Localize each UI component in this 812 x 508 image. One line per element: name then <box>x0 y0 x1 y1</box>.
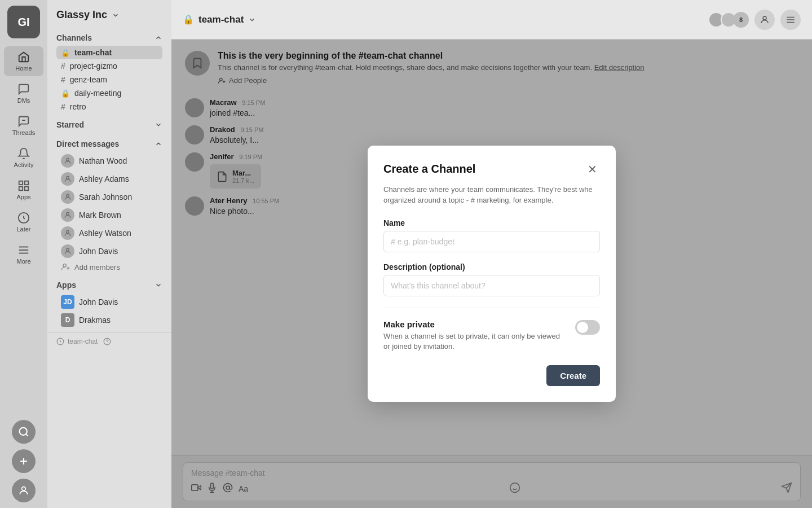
modal-header: Create a Channel ✕ <box>383 161 600 177</box>
icon-bar-bottom <box>12 420 36 502</box>
member-count[interactable]: 8 <box>733 12 749 28</box>
nav-more-label: More <box>16 258 30 265</box>
nav-apps-label: Apps <box>16 194 30 200</box>
sidebar-footer: team-chat <box>47 332 171 350</box>
svg-point-9 <box>20 428 27 435</box>
nav-activity[interactable]: Activity <box>4 143 43 173</box>
svg-point-13 <box>22 487 26 491</box>
svg-rect-2 <box>25 181 28 185</box>
dm-nathan-wood[interactable]: Nathan Wood <box>56 152 162 170</box>
nav-dms[interactable]: DMs <box>4 78 43 108</box>
sidebar: Glassy Inc Channels 🔒 team-chat # projec… <box>47 0 171 508</box>
apps-collapse-icon <box>155 281 162 289</box>
hash-icon: # <box>61 75 65 84</box>
channel-item-team-chat[interactable]: 🔒 team-chat <box>56 46 162 59</box>
modal-footer: Create <box>383 365 600 386</box>
main-content: 🔒 team-chat 8 <box>171 0 812 508</box>
hash-icon: # <box>61 62 65 71</box>
avatar <box>61 226 74 240</box>
add-members-icon <box>61 262 70 271</box>
svg-point-17 <box>67 212 69 215</box>
channel-title[interactable]: 🔒 team-chat <box>183 14 256 25</box>
private-toggle[interactable] <box>575 320 600 335</box>
apps-header[interactable]: Apps <box>56 281 162 290</box>
nav-activity-label: Activity <box>14 161 34 168</box>
nav-threads[interactable]: Threads <box>4 111 43 141</box>
dms-collapse-icon <box>155 140 162 148</box>
nav-later[interactable]: Later <box>4 207 43 237</box>
modal-subtitle: Channels are where your team communicate… <box>383 184 600 206</box>
app-john-davis[interactable]: JD John Davis <box>56 293 162 311</box>
starred-collapse-icon <box>155 121 162 129</box>
topbar: 🔒 team-chat 8 <box>171 0 812 40</box>
hash-icon: # <box>61 102 65 111</box>
starred-header[interactable]: Starred <box>56 120 162 129</box>
add-button[interactable] <box>12 449 36 473</box>
add-members-button[interactable]: Add members <box>56 260 162 274</box>
private-title: Make private <box>383 319 566 329</box>
dm-john-davis[interactable]: John Davis <box>56 242 162 260</box>
app-icon: JD <box>61 295 74 309</box>
topbar-actions: 8 <box>708 10 801 30</box>
avatar <box>61 208 74 222</box>
avatar <box>61 244 74 258</box>
channels-collapse-icon <box>155 34 162 42</box>
profile-button[interactable] <box>12 479 36 502</box>
name-label: Name <box>383 218 600 227</box>
channel-name-input[interactable] <box>383 231 600 252</box>
topbar-action-button[interactable] <box>754 10 775 30</box>
dm-mark-brown[interactable]: Mark Brown <box>56 206 162 224</box>
person-icon <box>760 15 770 25</box>
dm-ashley-adams[interactable]: Ashley Adams <box>56 170 162 188</box>
private-toggle-wrap <box>575 319 600 335</box>
channel-item-project-gizmo[interactable]: # project-gizmo <box>56 59 162 73</box>
svg-point-19 <box>67 248 69 251</box>
svg-point-16 <box>67 194 69 197</box>
dm-ashley-watson[interactable]: Ashley Watson <box>56 224 162 242</box>
nav-dms-label: DMs <box>17 97 30 104</box>
name-field: Name <box>383 218 600 252</box>
channels-header[interactable]: Channels <box>56 33 162 42</box>
svg-rect-4 <box>25 187 28 190</box>
search-button[interactable] <box>12 420 36 444</box>
history-icon <box>56 338 64 345</box>
dms-header[interactable]: Direct messages <box>56 139 162 148</box>
svg-rect-1 <box>19 181 23 185</box>
description-label: Description (optional) <box>383 262 600 271</box>
create-channel-button[interactable]: Create <box>546 365 600 386</box>
nav-apps[interactable]: Apps <box>4 175 43 205</box>
help-icon <box>103 338 111 345</box>
svg-rect-3 <box>19 187 23 190</box>
nav-home[interactable]: Home <box>4 46 43 76</box>
topbar-menu-button[interactable] <box>780 10 801 30</box>
private-toggle-section: Make private When a channel is set to pr… <box>383 319 600 352</box>
channel-item-daily-meeting[interactable]: 🔒 daily-meeting <box>56 86 162 100</box>
channels-section: Channels 🔒 team-chat # project-gizmo # g… <box>47 30 171 117</box>
channel-dropdown-icon <box>248 16 256 24</box>
modal-title: Create a Channel <box>383 163 475 176</box>
nav-more[interactable]: More <box>4 239 43 269</box>
svg-point-18 <box>67 230 69 233</box>
avatar <box>61 172 74 186</box>
workspace-name[interactable]: Glassy Inc <box>47 9 171 30</box>
create-channel-modal: Create a Channel ✕ Channels are where yo… <box>368 146 616 402</box>
channel-item-genz-team[interactable]: # genz-team <box>56 73 162 86</box>
modal-close-button[interactable]: ✕ <box>584 161 600 177</box>
lock-icon-topbar: 🔒 <box>183 14 194 25</box>
nav-home-label: Home <box>15 65 32 72</box>
nav-threads-label: Threads <box>12 129 35 136</box>
modal-overlay[interactable]: Create a Channel ✕ Channels are where yo… <box>171 40 812 508</box>
member-avatars[interactable]: 8 <box>708 12 749 28</box>
svg-point-14 <box>67 158 69 161</box>
private-info: Make private When a channel is set to pr… <box>383 319 566 352</box>
nav-later-label: Later <box>16 226 30 233</box>
app-drakmas[interactable]: D Drakmas <box>56 311 162 329</box>
channel-description-input[interactable] <box>383 275 600 296</box>
svg-point-15 <box>67 176 69 179</box>
app-icon: D <box>61 313 74 327</box>
channel-item-retro[interactable]: # retro <box>56 100 162 113</box>
dm-sarah-johnson[interactable]: Sarah Johnson <box>56 188 162 206</box>
icon-bar: GI Home DMs Threads Activity Apps Later … <box>0 0 47 508</box>
workspace-logo[interactable]: GI <box>7 6 40 38</box>
apps-section: Apps JD John Davis D Drakmas <box>47 277 171 332</box>
